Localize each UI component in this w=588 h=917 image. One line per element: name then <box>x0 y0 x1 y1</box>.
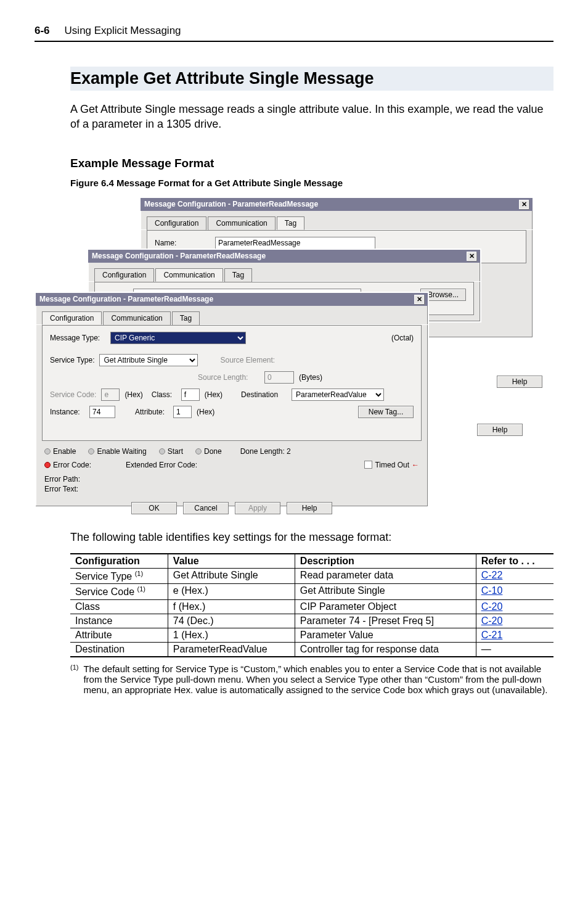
service-code-label: Service Code: <box>50 390 96 399</box>
col-description: Description <box>295 554 476 569</box>
service-type-select[interactable]: Get Attribute Single <box>99 354 198 366</box>
footnote-text: The default setting for Service Type is … <box>83 664 553 695</box>
done-label: Done <box>204 447 222 456</box>
close-icon[interactable]: ✕ <box>414 295 424 304</box>
message-type-label: Message Type: <box>50 334 105 342</box>
source-length-label: Source Length: <box>198 373 259 382</box>
help-button[interactable]: Help <box>287 502 332 514</box>
table-row: Instance 74 (Dec.) Parameter 74 - [Prese… <box>70 614 553 628</box>
col-value: Value <box>168 554 295 569</box>
ref-link[interactable]: C-10 <box>481 585 503 596</box>
tab-tag[interactable]: Tag <box>172 311 200 325</box>
example-format-heading: Example Message Format <box>70 157 553 170</box>
attribute-label: Attribute: <box>135 408 168 416</box>
attribute-input[interactable] <box>173 406 192 418</box>
class-input[interactable] <box>181 389 200 401</box>
dialog-comm-title: Message Configuration - ParameterReadMes… <box>92 252 266 260</box>
page-header: 6-6 Using Explicit Messaging <box>35 25 553 37</box>
destination-select[interactable]: ParameterReadValue <box>292 389 384 401</box>
cancel-button[interactable]: Cancel <box>183 502 229 514</box>
table-row: Class f (Hex.) CIP Parameter Object C-20 <box>70 599 553 614</box>
tab-configuration[interactable]: Configuration <box>42 311 102 325</box>
intro-paragraph: A Get Attribute Single message reads a s… <box>70 102 553 132</box>
ref-link[interactable]: C-20 <box>481 601 503 612</box>
enable-status-icon <box>44 448 51 454</box>
extended-error-label: Extended Error Code: <box>126 461 197 469</box>
close-icon[interactable]: ✕ <box>519 200 529 209</box>
header-rule <box>35 41 553 42</box>
help-button-outer[interactable]: Help <box>497 376 542 388</box>
done-length-value: 2 <box>287 447 291 456</box>
done-length-label: Done Length: <box>240 447 285 456</box>
hex-label-2: (Hex) <box>205 390 223 399</box>
ref-link[interactable]: C-22 <box>481 570 503 580</box>
table-row: Service Type (1) Get Attribute Single Re… <box>70 568 553 583</box>
dialog-tag-title: Message Configuration - ParameterReadMes… <box>144 200 318 208</box>
error-text-label: Error Text: <box>44 484 419 495</box>
col-refer: Refer to . . . <box>476 554 553 569</box>
ref-link[interactable]: C-21 <box>481 630 503 640</box>
help-button[interactable]: Help <box>477 424 523 436</box>
bytes-label: (Bytes) <box>299 373 322 382</box>
name-label: Name: <box>155 239 210 247</box>
footnote-marker: (1) <box>70 664 78 695</box>
settings-table: Configuration Value Description Refer to… <box>70 553 553 657</box>
done-status-icon <box>195 448 202 454</box>
ref-link[interactable]: C-20 <box>481 615 503 626</box>
service-type-label: Service Type: <box>50 356 94 364</box>
dialog-stack: Message Configuration - ParameterReadMes… <box>4 197 553 511</box>
name-input[interactable] <box>215 237 375 249</box>
error-status-icon <box>44 462 51 468</box>
source-element-label: Source Element: <box>220 356 282 364</box>
enable-waiting-status-icon <box>88 448 94 454</box>
tab-communication[interactable]: Communication <box>155 268 223 282</box>
footnote: (1) The default setting for Service Type… <box>70 664 553 695</box>
service-code-input <box>101 389 120 401</box>
destination-label: Destination <box>241 390 287 399</box>
col-configuration: Configuration <box>70 554 168 569</box>
tab-communication[interactable]: Communication <box>103 311 170 325</box>
error-path-label: Error Path: <box>44 474 419 485</box>
tab-tag[interactable]: Tag <box>277 216 304 230</box>
table-row: Destination ParameterReadValue Controlle… <box>70 642 553 657</box>
source-length-input <box>264 371 294 384</box>
new-tag-button[interactable]: New Tag... <box>358 406 414 418</box>
dialog-configuration: Message Configuration - ParameterReadMes… <box>35 292 429 508</box>
tab-tag[interactable]: Tag <box>224 268 252 282</box>
class-label: Class: <box>152 390 176 399</box>
message-type-select[interactable]: CIP Generic <box>110 332 246 344</box>
section-title: Example Get Attribute Single Message <box>70 67 553 91</box>
apply-button: Apply <box>235 502 280 514</box>
dialog-config-title: Message Configuration - ParameterReadMes… <box>39 295 213 303</box>
tab-configuration[interactable]: Configuration <box>147 216 206 230</box>
timed-out-checkbox[interactable] <box>364 461 372 469</box>
octal-label: (Octal) <box>391 334 414 342</box>
instance-input[interactable] <box>89 406 115 418</box>
tab-configuration[interactable]: Configuration <box>94 268 154 282</box>
timed-out-label: Timed Out <box>375 461 409 469</box>
figure-caption: Figure 6.4 Message Format for a Get Attr… <box>70 178 553 188</box>
hex-label-1: (Hex) <box>125 390 142 399</box>
chapter-title: Using Explicit Messaging <box>65 25 181 37</box>
ok-button[interactable]: OK <box>131 502 177 514</box>
table-intro: The following table identifies key setti… <box>70 530 553 545</box>
start-status-icon <box>159 448 165 454</box>
page-number: 6-6 <box>35 25 50 37</box>
hex-label-3: (Hex) <box>197 408 214 416</box>
enable-label: Enable <box>53 447 76 456</box>
enable-waiting-label: Enable Waiting <box>97 447 146 456</box>
table-row: Attribute 1 (Hex.) Parameter Value C-21 <box>70 628 553 642</box>
tab-communication[interactable]: Communication <box>208 216 275 230</box>
error-code-label: Error Code: <box>53 461 91 469</box>
table-row: Service Code (1) e (Hex.) Get Attribute … <box>70 584 553 599</box>
close-icon[interactable]: ✕ <box>467 252 476 261</box>
instance-label: Instance: <box>50 408 84 416</box>
start-label: Start <box>168 447 183 456</box>
